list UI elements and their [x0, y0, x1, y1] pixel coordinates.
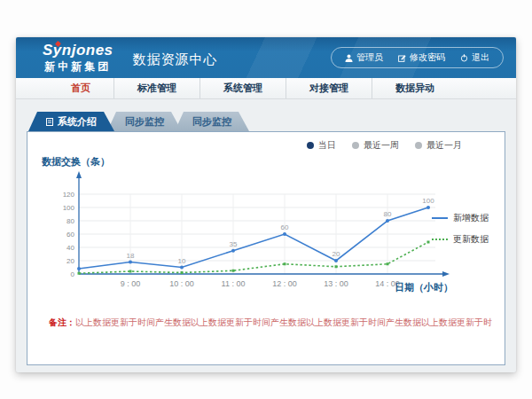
- change-password-button[interactable]: 修改密码: [398, 51, 445, 64]
- document-icon: [46, 118, 53, 126]
- logout-button[interactable]: 退出: [460, 51, 489, 64]
- user-icon: [345, 54, 353, 62]
- logout-label: 退出: [472, 51, 489, 64]
- svg-text:120: 120: [63, 191, 75, 199]
- svg-text:60: 60: [281, 223, 289, 231]
- nav-item-home[interactable]: 首页: [48, 78, 114, 98]
- logo-brand: Synjones: [43, 43, 113, 59]
- app-header: Synjones 新中新集团 数据资源中心 管理员 修改密码 退出: [16, 37, 516, 78]
- nav-system-label: 系统管理: [223, 82, 262, 95]
- svg-text:100: 100: [422, 197, 434, 205]
- legend-new-data-label: 新增数据: [453, 212, 489, 224]
- filter-today[interactable]: 当日: [307, 139, 336, 152]
- filter-last-week[interactable]: 最近一周: [352, 139, 399, 152]
- svg-text:13 : 00: 13 : 00: [324, 279, 348, 288]
- radio-unselected-icon: [352, 142, 359, 149]
- dotted-line-swatch: [432, 239, 448, 240]
- page-title: 数据资源中心: [133, 51, 218, 68]
- svg-text:0: 0: [71, 270, 75, 278]
- tab-system-intro-label: 系统介绍: [58, 112, 97, 131]
- legend-item-updated-data: 更新数据: [432, 233, 497, 246]
- legend-updated-data-label: 更新数据: [453, 233, 489, 246]
- svg-text:20: 20: [66, 257, 74, 265]
- tab-sync-monitor-2-label: 同步监控: [192, 112, 231, 131]
- filter-last-month-label: 最近一月: [426, 139, 462, 152]
- tab-sync-monitor-2[interactable]: 同步监控: [175, 112, 249, 131]
- line-chart: 0204060801001209 : 0010 : 0011 : 0012 : …: [45, 169, 458, 293]
- radio-selected-icon: [307, 142, 314, 149]
- tab-sync-monitor-1-label: 同步监控: [125, 112, 164, 131]
- legend-item-new-data: 新增数据: [432, 212, 497, 224]
- footnote-text: 以上数据更新于时间产生数据以上数据更新于时间产生数据以上数据更新于时间产生数据以…: [75, 317, 492, 327]
- solid-line-swatch: [432, 217, 448, 219]
- nav-item-system-mgmt[interactable]: 系统管理: [200, 78, 286, 98]
- svg-text:100: 100: [63, 204, 75, 212]
- logo-company: 新中新集团: [43, 61, 113, 73]
- range-filters: 当日 最近一周 最近一月: [307, 139, 462, 152]
- nav-data-change-label: 数据异动: [395, 82, 434, 95]
- nav-item-data-change[interactable]: 数据异动: [372, 78, 458, 98]
- nav-standard-label: 标准管理: [137, 82, 176, 95]
- user-menu: 管理员 修改密码 退出: [331, 47, 504, 68]
- app-window: Synjones 新中新集团 数据资源中心 管理员 修改密码 退出 首页 标准管…: [16, 37, 516, 372]
- nav-item-standard-mgmt[interactable]: 标准管理: [114, 78, 200, 98]
- tab-bar: 系统介绍 同步监控 同步监控: [27, 112, 505, 131]
- nav-interface-label: 对接管理: [309, 82, 348, 95]
- tab-system-intro[interactable]: 系统介绍: [28, 112, 114, 131]
- svg-text:80: 80: [384, 210, 392, 218]
- radio-unselected-icon: [415, 142, 422, 149]
- svg-text:20: 20: [332, 250, 340, 258]
- chart-legend: 新增数据 更新数据: [432, 212, 497, 254]
- main-nav: 首页 标准管理 系统管理 对接管理 数据异动: [16, 78, 516, 99]
- chart-panel: 当日 最近一周 最近一月 数据交换（条） 0204060801001209 : …: [27, 131, 505, 365]
- footnote: 备注：以上数据更新于时间产生数据以上数据更新于时间产生数据以上数据更新于时间产生…: [49, 317, 492, 329]
- power-icon: [460, 54, 468, 62]
- y-axis-title: 数据交换（条）: [42, 155, 110, 168]
- footnote-label: 备注：: [49, 317, 75, 327]
- svg-text:11 : 00: 11 : 00: [222, 279, 246, 288]
- svg-text:80: 80: [66, 217, 74, 225]
- filter-today-label: 当日: [318, 139, 336, 152]
- content-area: 系统介绍 同步监控 同步监控 当日 最近一周 最近一月 数据交: [16, 99, 516, 365]
- svg-text:12 : 00: 12 : 00: [272, 279, 297, 288]
- svg-text:10: 10: [178, 257, 186, 265]
- filter-last-month[interactable]: 最近一月: [415, 139, 462, 152]
- svg-text:10 : 00: 10 : 00: [169, 279, 194, 288]
- admin-user-label: 管理员: [356, 51, 383, 64]
- filter-last-week-label: 最近一周: [364, 139, 399, 152]
- nav-home-label: 首页: [71, 82, 90, 95]
- edit-icon: [398, 54, 406, 62]
- svg-text:18: 18: [127, 252, 135, 260]
- svg-text:9 : 00: 9 : 00: [121, 279, 141, 288]
- admin-user-button[interactable]: 管理员: [345, 51, 383, 64]
- svg-text:40: 40: [66, 244, 74, 252]
- x-axis-title: 日期（小时）: [395, 281, 453, 294]
- nav-item-interface-mgmt[interactable]: 对接管理: [286, 78, 372, 98]
- tab-sync-monitor-1[interactable]: 同步监控: [107, 112, 182, 131]
- change-password-label: 修改密码: [410, 51, 445, 64]
- svg-text:35: 35: [230, 240, 238, 248]
- logo: Synjones 新中新集团: [43, 43, 113, 73]
- svg-text:60: 60: [66, 231, 74, 239]
